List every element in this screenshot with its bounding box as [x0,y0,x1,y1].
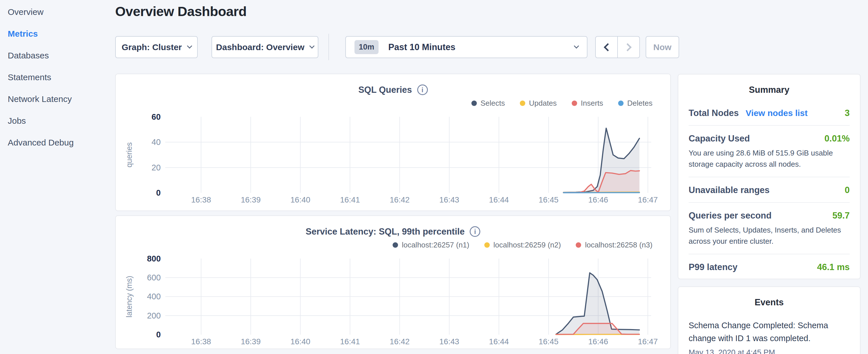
svg-text:16:46: 16:46 [588,337,608,346]
summary-title: Summary [689,85,850,95]
svg-text:16:46: 16:46 [588,195,608,204]
svg-text:16:39: 16:39 [241,337,260,346]
svg-text:16:40: 16:40 [290,195,310,204]
event-text: Schema Change Completed: Schema change w… [689,319,850,345]
svg-text:600: 600 [147,273,161,282]
svg-text:16:43: 16:43 [439,337,459,346]
events-title: Events [689,297,850,308]
summary-row-description: You are using 28.6 MiB of 515.9 GiB usab… [689,148,850,170]
svg-text:16:39: 16:39 [241,195,260,204]
sidebar-item-databases[interactable]: Databases [0,45,112,66]
time-range-picker[interactable]: 10m Past 10 Minutes [345,36,587,58]
svg-text:20: 20 [152,163,161,172]
svg-text:16:41: 16:41 [340,337,360,346]
svg-text:16:44: 16:44 [489,337,509,346]
step-back-button[interactable] [596,37,618,58]
sidebar: OverviewMetricsDatabasesStatementsNetwor… [0,0,112,354]
summary-row-value: 3 [845,108,850,118]
chevron-down-icon [574,43,579,49]
chart-card-service-latency: Service Latency: SQL, 99th percentile i … [115,215,671,349]
sql-queries-chart: 16:3816:3916:4016:4116:4216:4316:4416:45… [116,74,670,211]
svg-text:16:45: 16:45 [538,337,558,346]
svg-text:latency (ms): latency (ms) [125,276,133,318]
svg-text:16:41: 16:41 [340,195,360,204]
svg-text:16:43: 16:43 [439,195,459,204]
svg-text:16:45: 16:45 [539,195,559,204]
dashboard-dropdown-label: Dashboard: Overview [216,42,304,52]
sidebar-nav: OverviewMetricsDatabasesStatementsNetwor… [0,0,112,154]
toolbar-divider [329,34,329,60]
now-button-label: Now [653,42,672,52]
summary-row-description: Sum of Selects, Updates, Inserts, and De… [689,225,850,247]
summary-row-value: 0 [845,185,850,195]
svg-text:60: 60 [152,112,161,122]
events-list: Schema Change Completed: Schema change w… [689,319,850,354]
sidebar-item-advanced-debug[interactable]: Advanced Debug [0,132,112,154]
dashboard-dropdown[interactable]: Dashboard: Overview [212,36,318,58]
summary-panel: Summary Total NodesView nodes list3Capac… [678,74,861,279]
graph-dropdown[interactable]: Graph: Cluster [115,36,198,58]
svg-text:16:38: 16:38 [191,195,211,204]
summary-row-label: Queries per second [689,211,771,221]
svg-text:16:47: 16:47 [638,195,658,204]
chevron-down-icon [309,43,315,49]
chart-card-sql-queries: SQL Queries i SelectsUpdatesInsertsDelet… [115,74,671,211]
sidebar-item-overview[interactable]: Overview [0,1,112,23]
events-panel: Events Schema Change Completed: Schema c… [678,286,861,354]
time-step-buttons [595,36,640,58]
summary-row: Unavailable ranges0 [689,177,850,203]
now-button[interactable]: Now [646,36,679,58]
summary-rows: Total NodesView nodes list3Capacity Used… [689,100,850,279]
svg-text:16:47: 16:47 [638,337,658,346]
time-range-label: Past 10 Minutes [388,42,455,53]
sidebar-item-jobs[interactable]: Jobs [0,110,112,132]
svg-text:400: 400 [147,292,161,301]
svg-text:queries: queries [125,142,133,167]
svg-text:200: 200 [147,311,161,320]
page-title: Overview Dashboard [115,3,247,19]
sidebar-item-statements[interactable]: Statements [0,66,112,88]
svg-text:800: 800 [147,254,161,263]
svg-text:0: 0 [156,330,161,339]
view-nodes-list-link[interactable]: View nodes list [746,108,808,118]
time-range-badge: 10m [354,40,378,54]
summary-row-label: Unavailable ranges [689,185,770,195]
summary-row-label: Total Nodes [689,108,739,118]
summary-row: Capacity Used0.01%You are using 28.6 MiB… [689,126,850,177]
svg-text:16:42: 16:42 [390,195,409,204]
summary-row: Total NodesView nodes list3 [689,100,850,126]
step-forward-button[interactable] [618,37,639,58]
chevron-right-icon [623,43,631,51]
sidebar-item-network-latency[interactable]: Network Latency [0,88,112,110]
summary-row-value: 59.7 [833,211,850,221]
graph-dropdown-label: Graph: Cluster [122,42,182,52]
sidebar-item-metrics[interactable]: Metrics [0,23,112,45]
summary-row: P99 latency46.1 ms [689,254,850,279]
chevron-left-icon [603,43,612,51]
summary-row: Queries per second59.7Sum of Selects, Up… [689,203,850,254]
svg-text:16:42: 16:42 [390,337,409,346]
summary-row-value: 0.01% [825,133,850,144]
svg-text:0: 0 [156,188,161,197]
event-item: Schema Change Completed: Schema change w… [689,319,850,354]
svg-text:16:40: 16:40 [290,337,310,346]
svg-text:16:44: 16:44 [489,195,509,204]
chevron-down-icon [187,43,192,49]
summary-row-value: 46.1 ms [817,262,850,272]
summary-row-label: P99 latency [689,262,738,272]
event-timestamp: May 13, 2020 at 4:45 PM [689,348,850,354]
summary-row-label: Capacity Used [689,133,750,144]
service-latency-chart: 16:3816:3916:4016:4116:4216:4316:4416:45… [116,216,670,349]
svg-text:16:38: 16:38 [191,337,211,346]
svg-text:40: 40 [152,137,161,147]
